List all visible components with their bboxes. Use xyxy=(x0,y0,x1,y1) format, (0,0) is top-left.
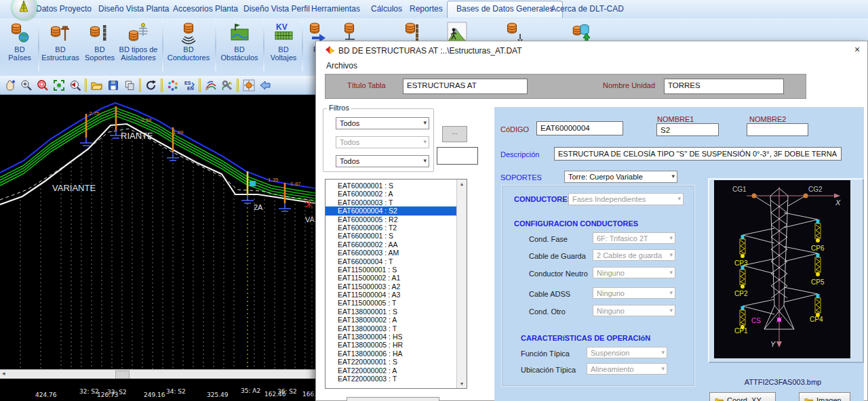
list-item[interactable]: EAT220000002 : A xyxy=(326,366,457,375)
titulo-tabla-input[interactable]: ESTRUCTURAS AT xyxy=(403,79,528,94)
y-axis-label: Y xyxy=(770,340,776,348)
filter-value-box[interactable] xyxy=(437,147,478,165)
list-item[interactable]: EAT60000006 : T2 xyxy=(326,224,457,232)
coord-xy-button[interactable]: Coord. XY xyxy=(709,392,776,401)
list-item[interactable]: EAT115000001 : S xyxy=(326,266,457,274)
ribbon-separator xyxy=(38,21,39,71)
cable-adss-combo[interactable]: Ninguno▾ xyxy=(593,287,675,299)
imagen-button[interactable]: Imagen xyxy=(799,392,850,401)
filter-combo-2[interactable]: Todos▾ xyxy=(336,136,429,148)
ribbon-label: BD xyxy=(94,45,104,54)
list-item[interactable]: EAT220000001 : S xyxy=(326,358,457,366)
span-value: 249.16 xyxy=(144,392,165,398)
tab-accesorios-planta[interactable]: Accesorios Planta xyxy=(173,4,238,14)
scroll-down-icon[interactable]: ▾ xyxy=(457,381,467,387)
color-palette-button[interactable] xyxy=(165,78,180,92)
tab-acerca-de-dlt-cad[interactable]: Acerca de DLT-CAD xyxy=(551,4,624,14)
copy-button[interactable] xyxy=(122,78,136,92)
horizontal-scrollbar[interactable]: ◂ xyxy=(0,369,315,379)
cable-adss-value: Ninguno xyxy=(597,289,625,297)
ribbon-button-bd-conductores[interactable]: BD Conductores xyxy=(166,20,211,73)
zoom-extents-button[interactable] xyxy=(52,78,66,92)
tab-bases-de-datos-generales[interactable]: Bases de Datos Generales xyxy=(447,1,563,18)
list-item[interactable]: EAT138000006 : HA xyxy=(326,350,457,358)
tab-datos-proyecto[interactable]: Datos Proyecto xyxy=(36,4,92,14)
descripcion-input[interactable]: ESTRUCTURA DE CELOSÍA TIPO ''S'' DE SUSP… xyxy=(554,147,842,161)
browse-dots-button[interactable]: … xyxy=(442,126,467,142)
list-item[interactable]: EAT115000004 : A3 xyxy=(326,291,457,299)
close-icon[interactable]: × xyxy=(850,44,864,56)
list-item[interactable]: EAT60000005 : R2 xyxy=(326,215,457,224)
language-es-en-button[interactable]: ESEN xyxy=(182,78,196,92)
ribbon-button-bd-estructuras[interactable]: BD Estructuras xyxy=(41,20,80,73)
target-point-button[interactable] xyxy=(241,78,256,92)
list-item[interactable]: EAT138000002 : A xyxy=(326,316,457,324)
application-orb-button[interactable] xyxy=(12,0,37,20)
span-value: 33: S2 xyxy=(107,389,127,396)
list-item[interactable]: EAT138000005 : HR xyxy=(326,341,457,349)
cond-otro-value: Ninguno xyxy=(597,307,625,315)
ribbon-button-bd-soportes[interactable]: BD Soportes xyxy=(83,20,117,73)
list-item[interactable]: EAT115000005 : T xyxy=(326,299,457,307)
ribbon-button-bd-obstaculos[interactable]: BD Obstáculos xyxy=(220,20,259,73)
cond-fase-combo[interactable]: 6F: Trifasico 2T▾ xyxy=(593,232,675,244)
cond-otro-combo[interactable]: Ninguno▾ xyxy=(593,305,675,316)
tab-herramientas[interactable]: Herramientas xyxy=(311,4,360,14)
funcion-tipica-combo[interactable]: Suspension▾ xyxy=(587,347,667,358)
refresh-rotate-button[interactable] xyxy=(144,78,158,92)
conductor-neutro-combo[interactable]: Ninguno▾ xyxy=(593,267,675,278)
list-item[interactable]: EAT138000004 : HS xyxy=(326,333,457,341)
list-item-selected[interactable]: EAT60000004 : S2 xyxy=(326,207,457,215)
zoom-previous-button[interactable] xyxy=(68,78,82,92)
zoom-in-button[interactable] xyxy=(19,78,33,92)
filter-combo-1[interactable]: Todos▾ xyxy=(336,117,429,129)
toolbar-separator xyxy=(198,79,201,92)
nombre1-input[interactable]: S2 xyxy=(656,123,719,136)
zoom-window-button[interactable] xyxy=(35,78,50,92)
structures-listbox[interactable]: EAT60000001 : S EAT60000002 : A EAT60000… xyxy=(325,179,467,389)
dialog-titlebar[interactable]: BD DE ESTRUCTURAS AT :..\Estructuras_AT.… xyxy=(316,41,867,59)
list-item[interactable]: EAT66000001 : S xyxy=(326,232,457,240)
list-item[interactable]: EAT138000003 : T xyxy=(326,324,457,333)
tab-reportes[interactable]: Reportes xyxy=(410,4,443,14)
list-item[interactable]: EAT115000002 : A1 xyxy=(326,274,457,282)
list-item[interactable]: EAT220000003 : T xyxy=(326,375,457,383)
cable-guarda-combo[interactable]: 2 Cables de guarda▾ xyxy=(593,249,675,261)
pan-hand-button[interactable] xyxy=(3,78,17,92)
cad-profile-canvas[interactable]: VARIANTE RIANTE 2A VA 2.75 0.58 1.09 1.3… xyxy=(0,95,315,369)
back-arrow-button[interactable] xyxy=(258,78,272,92)
nombre2-input[interactable] xyxy=(747,123,808,136)
codigo-input[interactable]: EAT60000004 xyxy=(536,121,623,135)
menu-archivos[interactable]: Archivos xyxy=(326,61,357,70)
list-item[interactable]: EAT60000002 : A xyxy=(326,190,457,198)
scroll-up-icon[interactable]: ▴ xyxy=(457,181,467,187)
tab-diseno-vista-planta[interactable]: Diseño Vista Planta xyxy=(98,4,170,14)
catenary-curves-button[interactable] xyxy=(203,78,218,92)
svg-text:CP5: CP5 xyxy=(811,278,825,286)
list-item[interactable]: EAT66000003 : AM xyxy=(326,249,457,257)
list-scrollbar[interactable]: ▴ ▾ xyxy=(456,180,467,388)
list-item[interactable]: EAT60000003 : T xyxy=(326,198,457,207)
nombre-unidad-input[interactable]: TORRES xyxy=(664,79,784,94)
ribbon-button-bd-voltajes[interactable]: KV BD Voltajes xyxy=(267,20,300,73)
list-item[interactable]: EAT138000001 : S xyxy=(326,308,457,316)
tab-diseno-vista-perfil[interactable]: Diseño Vista Perfil xyxy=(243,4,310,14)
conductores-groupbox: CONDUCTORES Fases Independientes▾ CONFIG… xyxy=(501,185,695,387)
scroll-left-arrow[interactable]: ◂ xyxy=(2,370,5,377)
list-item[interactable]: EAT60000001 : S xyxy=(326,182,457,190)
save-button[interactable] xyxy=(106,78,120,92)
ribbon-button-bd-paises[interactable]: BD Países xyxy=(2,20,37,73)
list-item[interactable]: EAT66000004 : T xyxy=(326,257,457,266)
ubicacion-tipica-combo[interactable]: Alineamiento▾ xyxy=(587,363,667,375)
conductores-combo[interactable]: Fases Independientes▾ xyxy=(568,193,684,205)
list-item[interactable]: EAT115000003 : A2 xyxy=(326,282,457,291)
open-file-button[interactable] xyxy=(90,78,104,92)
list-bottom-button-partial[interactable] xyxy=(347,397,439,401)
soportes-combo[interactable]: Torre: Cuerpo Variable▾ xyxy=(564,171,677,183)
filter-combo-3[interactable]: Todos▾ xyxy=(336,155,429,167)
ribbon-button-bd-tipos-aisladores[interactable]: BD tipos de Aisladores xyxy=(118,20,159,73)
settings-wrench-button[interactable] xyxy=(220,78,234,92)
tab-calculos[interactable]: Cálculos xyxy=(371,4,402,14)
svg-text:1.35: 1.35 xyxy=(268,177,279,183)
list-item[interactable]: EAT66000002 : AA xyxy=(326,240,457,249)
